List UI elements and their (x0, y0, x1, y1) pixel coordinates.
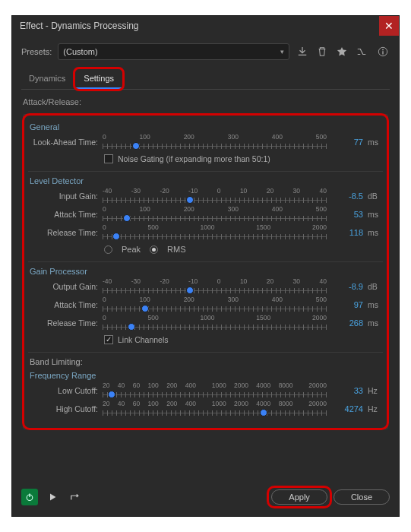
window-title: Effect - Dynamics Processing (20, 21, 139, 31)
effect-window: Effect - Dynamics Processing ✕ Presets: … (11, 15, 400, 517)
ld-release-slider[interactable]: 0500100015002000 (103, 224, 327, 241)
high-cutoff-slider[interactable]: 204060100200400100020004000800020000 (103, 401, 327, 417)
noise-gating-checkbox[interactable] (104, 154, 113, 163)
high-cutoff-label: High Cutoff: (28, 404, 98, 413)
low-cutoff-label: Low Cutoff: (28, 386, 98, 395)
group-general: General Look-Ahead Time: 010020030040050… (28, 122, 383, 166)
preset-value: (Custom) (63, 47, 97, 56)
attack-release-header: Attack/Release: (21, 93, 390, 106)
info-icon[interactable] (376, 45, 390, 59)
tab-dynamics[interactable]: Dynamics (21, 69, 73, 89)
output-gain-label: Output Gain: (28, 282, 98, 291)
footer: Apply Close (12, 481, 399, 516)
look-ahead-value[interactable]: 77 (331, 138, 363, 147)
loop-icon[interactable] (67, 489, 84, 505)
detector-mode: Peak RMS (28, 242, 383, 257)
gp-release-label: Release Time: (28, 318, 98, 328)
tabs: Dynamics Settings (21, 69, 390, 90)
presets-label: Presets: (21, 47, 52, 56)
look-ahead-slider[interactable]: 0100200300400500 (103, 134, 327, 150)
settings-panel: General Look-Ahead Time: 010020030040050… (23, 114, 388, 429)
low-cutoff-slider[interactable]: 204060100200400100020004000800020000 (103, 382, 327, 399)
link-channels-label: Link Channels (118, 335, 169, 344)
gain-processor-title: Gain Processor (30, 267, 383, 276)
star-icon[interactable] (335, 45, 349, 59)
close-button[interactable]: Close (334, 489, 390, 505)
trash-icon[interactable] (315, 45, 329, 59)
group-gain-processor: Gain Processor Output Gain: -40-30-20-10… (28, 267, 383, 347)
route-icon[interactable] (355, 45, 368, 59)
group-band-limiting: Band Limiting: Frequency Range Low Cutof… (28, 357, 383, 418)
play-button[interactable] (44, 489, 61, 505)
save-preset-icon[interactable] (296, 45, 309, 59)
band-limiting-title: Band Limiting: (30, 357, 383, 366)
close-icon[interactable]: ✕ (379, 16, 399, 36)
group-level-detector: Level Detector Input Gain: -40-30-20-100… (28, 176, 383, 257)
ld-release-value[interactable]: 118 (331, 228, 363, 237)
svg-point-1 (382, 49, 384, 51)
power-button[interactable] (21, 489, 38, 505)
ld-release-label: Release Time: (28, 228, 98, 237)
settings-body: Attack/Release: General Look-Ahead Time:… (12, 90, 399, 481)
noise-gating-label: Noise Gating (if expanding more than 50:… (118, 154, 270, 163)
rms-radio[interactable] (150, 245, 158, 254)
high-cutoff-value[interactable]: 4274 (331, 404, 363, 413)
general-title: General (30, 122, 383, 131)
titlebar: Effect - Dynamics Processing ✕ (12, 16, 399, 36)
apply-button[interactable]: Apply (271, 489, 327, 505)
input-gain-value[interactable]: -8.5 (331, 192, 363, 201)
preset-select[interactable]: (Custom) ▾ (58, 43, 289, 60)
look-ahead-row: Look-Ahead Time: 0100200300400500 77 ms (28, 133, 383, 151)
freq-range-title: Frequency Range (30, 371, 383, 380)
input-gain-label: Input Gain: (28, 192, 98, 201)
gp-attack-label: Attack Time: (28, 300, 98, 309)
gp-attack-slider[interactable]: 0100200300400500 (103, 296, 327, 313)
gp-attack-value[interactable]: 97 (331, 300, 363, 309)
ld-attack-value[interactable]: 53 (331, 210, 363, 219)
link-channels-checkbox[interactable] (104, 335, 113, 344)
peak-radio[interactable] (104, 245, 112, 254)
presets-toolbar: Presets: (Custom) ▾ (12, 36, 399, 66)
chevron-down-icon: ▾ (280, 48, 284, 55)
ld-attack-slider[interactable]: 0100200300400500 (103, 206, 327, 223)
ld-attack-label: Attack Time: (28, 210, 98, 219)
low-cutoff-value[interactable]: 33 (331, 386, 363, 395)
output-gain-value[interactable]: -8.9 (331, 282, 363, 291)
output-gain-slider[interactable]: -40-30-20-10010203040 (103, 278, 327, 295)
gp-release-value[interactable]: 268 (331, 318, 363, 328)
level-detector-title: Level Detector (30, 176, 383, 185)
input-gain-slider[interactable]: -40-30-20-10010203040 (103, 188, 327, 204)
look-ahead-label: Look-Ahead Time: (28, 138, 98, 147)
gp-release-slider[interactable]: 0500100015002000 (103, 315, 327, 331)
noise-gating-row: Noise Gating (if expanding more than 50:… (28, 151, 383, 166)
look-ahead-unit: ms (368, 138, 383, 147)
link-channels-row: Link Channels (28, 332, 383, 347)
tab-settings[interactable]: Settings (76, 69, 122, 89)
